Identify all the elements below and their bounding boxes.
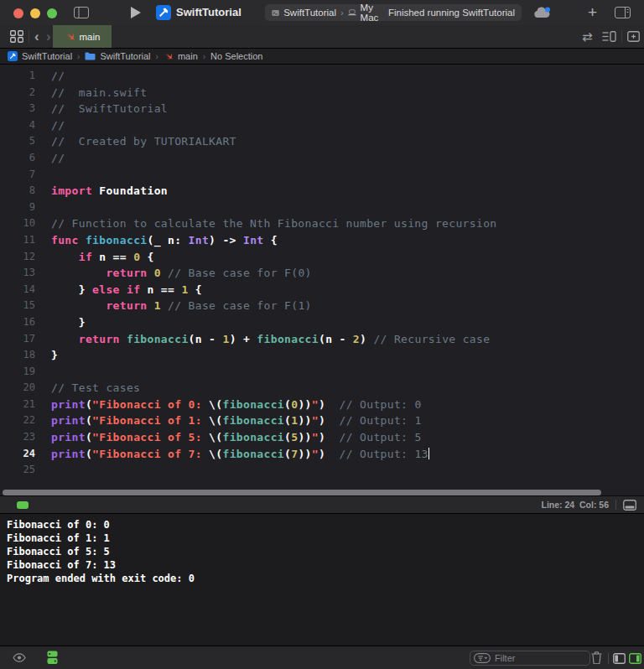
- breadcrumb-project[interactable]: SwiftTutorial: [22, 51, 72, 61]
- code-text: func fibonacci(_ n: Int) -> Int {: [51, 232, 278, 249]
- project-breadcrumb-icon: [8, 51, 18, 61]
- code-line: 16 }: [0, 314, 644, 331]
- code-text: //: [51, 150, 65, 167]
- code-line: 5// Created by TUTORIALKART: [0, 133, 644, 150]
- scheme-selector[interactable]: SwiftTutorial › My Mac Finished running …: [265, 4, 522, 21]
- editor-tab-bar: ‹ › main ⇄: [0, 25, 644, 49]
- scheme-separator: ›: [340, 8, 344, 18]
- line-number-gutter[interactable]: 23: [0, 429, 35, 446]
- code-line: 12 if n == 0 {: [0, 249, 644, 266]
- project-app-icon: [156, 5, 171, 20]
- line-number-gutter[interactable]: 2: [0, 85, 35, 101]
- go-forward-button[interactable]: ›: [46, 25, 51, 48]
- debug-console[interactable]: Fibonacci of 0: 0Fibonacci of 1: 1Fibona…: [0, 514, 644, 646]
- line-number-gutter[interactable]: 10: [0, 215, 35, 232]
- breadcrumb-group[interactable]: SwiftTutorial: [100, 51, 150, 61]
- code-line: 2// main.swift: [0, 85, 644, 101]
- line-number-gutter[interactable]: 25: [0, 462, 35, 479]
- line-number-gutter[interactable]: 12: [0, 249, 35, 266]
- code-line: 22print("Fibonacci of 1: \(fibonacci(1))…: [0, 412, 644, 429]
- zoom-window-button[interactable]: [47, 8, 57, 18]
- run-state-indicator: [17, 501, 29, 509]
- code-line: 8import Foundation: [0, 183, 644, 200]
- code-text: // SwiftTutorial: [51, 101, 168, 117]
- related-items-grid-button[interactable]: [10, 30, 23, 43]
- variables-visibility-button[interactable]: [13, 653, 26, 662]
- line-number-gutter[interactable]: 6: [0, 150, 35, 167]
- line-number-gutter[interactable]: 15: [0, 298, 35, 314]
- minimize-window-button[interactable]: [30, 8, 40, 18]
- code-line: 21print("Fibonacci of 0: \(fibonacci(0))…: [0, 397, 644, 413]
- line-number-gutter[interactable]: 4: [0, 117, 35, 134]
- code-line: 1//: [0, 68, 644, 85]
- source-editor[interactable]: 1//2// main.swift3// SwiftTutorial4//5//…: [0, 65, 644, 499]
- tabbar-divider: [29, 30, 29, 43]
- run-button[interactable]: [131, 7, 141, 18]
- line-number-gutter[interactable]: 19: [0, 364, 35, 381]
- console-line: Fibonacci of 1: 1: [7, 532, 644, 545]
- grid-icon: [10, 30, 23, 43]
- cloud-status-indicator: [533, 7, 551, 23]
- add-button[interactable]: +: [588, 0, 597, 25]
- line-number-gutter[interactable]: 17: [0, 331, 35, 348]
- code-line: 14 } else if n == 1 {: [0, 282, 644, 298]
- close-window-button[interactable]: [13, 8, 23, 18]
- tab-main[interactable]: main: [53, 25, 112, 48]
- line-number-gutter[interactable]: 18: [0, 347, 35, 364]
- code-text: // Created by TUTORIALKART: [51, 133, 236, 150]
- tabbar-divider-right: [621, 30, 622, 43]
- editor-options-button[interactable]: [602, 31, 616, 42]
- line-number-gutter[interactable]: 22: [0, 412, 35, 429]
- console-view-toggle[interactable]: [629, 653, 641, 664]
- breadcrumb-separator: ›: [203, 52, 205, 61]
- cursor-position-label: Line: 24 Col: 56: [541, 496, 609, 513]
- breadcrumb-selection[interactable]: No Selection: [210, 51, 262, 61]
- inspector-toggle-icon: [615, 7, 631, 18]
- add-editor-button[interactable]: [627, 31, 640, 42]
- line-number-gutter[interactable]: 13: [0, 265, 35, 282]
- clear-console-button[interactable]: [591, 651, 602, 664]
- console-filter-field[interactable]: Filter: [470, 651, 590, 666]
- line-number-gutter[interactable]: 5: [0, 133, 35, 150]
- code-line: 7: [0, 167, 644, 184]
- line-number-gutter[interactable]: 1: [0, 68, 35, 85]
- breadcrumb-file[interactable]: main: [178, 51, 198, 61]
- code-line: 15 return 1 // Base case for F(1): [0, 298, 644, 314]
- code-text: return fibonacci(n - 1) + fibonacci(n - …: [51, 331, 490, 348]
- console-mode-button[interactable]: [47, 651, 58, 665]
- line-number-gutter[interactable]: 24: [0, 446, 35, 463]
- add-editor-icon: [627, 31, 640, 42]
- horizontal-scrollbar[interactable]: [3, 490, 601, 495]
- cloud-icon: [533, 7, 551, 19]
- code-line: 19: [0, 364, 644, 381]
- line-number-gutter[interactable]: 11: [0, 232, 35, 249]
- code-text: // main.swift: [51, 85, 147, 101]
- inspector-sidebar-toggle-button[interactable]: [615, 7, 631, 18]
- line-number-gutter[interactable]: 3: [0, 101, 35, 117]
- line-number-gutter[interactable]: 9: [0, 200, 35, 216]
- code-review-button[interactable]: ⇄: [582, 25, 593, 48]
- line-number-gutter[interactable]: 14: [0, 282, 35, 298]
- code-text: return 1 // Base case for F(1): [51, 298, 312, 314]
- line-number-gutter[interactable]: 16: [0, 314, 35, 331]
- line-number-gutter[interactable]: 8: [0, 183, 35, 200]
- code-line: 6//: [0, 150, 644, 167]
- line-number-gutter[interactable]: 7: [0, 167, 35, 184]
- debug-bottom-bar: Filter: [0, 646, 644, 669]
- line-number-gutter[interactable]: 20: [0, 380, 35, 397]
- code-text: print("Fibonacci of 1: \(fibonacci(1))")…: [51, 412, 422, 429]
- code-text: print("Fibonacci of 5: \(fibonacci(5))")…: [51, 429, 422, 446]
- code-text: import Foundation: [51, 183, 168, 200]
- title-bar: SwiftTutorial SwiftTutorial › My Mac Fin…: [0, 0, 644, 26]
- scheme-terminal-icon: [272, 8, 279, 18]
- hide-debug-area-button[interactable]: [623, 500, 636, 511]
- line-number-gutter[interactable]: 21: [0, 397, 35, 413]
- hide-debug-area-icon: [623, 500, 636, 511]
- editor-status-bar: Line: 24 Col: 56: [0, 495, 644, 514]
- code-line: 11func fibonacci(_ n: Int) -> Int {: [0, 232, 644, 249]
- variables-view-toggle[interactable]: [613, 653, 626, 664]
- run-destination: My Mac: [361, 3, 384, 23]
- go-back-button[interactable]: ‹: [34, 25, 39, 48]
- navigator-sidebar-toggle-button[interactable]: [74, 7, 89, 18]
- folder-icon: [85, 52, 96, 60]
